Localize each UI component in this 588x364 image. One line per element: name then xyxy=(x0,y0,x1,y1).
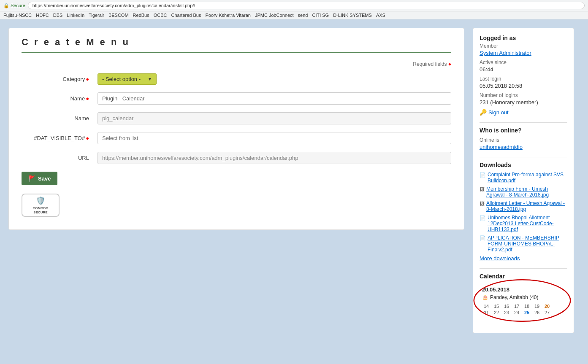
sidebar: Logged in as Member System Administrator… xyxy=(473,28,574,333)
download-link-2[interactable]: Membership Form - Umesh Agrawal - 8-Marc… xyxy=(486,186,567,198)
name-label-1: Name● xyxy=(22,95,89,102)
url-bar[interactable]: https://member.unihomeswelfaresociety.co… xyxy=(28,2,585,9)
page-title: C r e a t e M e n u xyxy=(22,37,451,53)
save-button[interactable]: 🚩 Save xyxy=(22,172,57,185)
comodo-badge: 🛡️ COMODOSECURE xyxy=(22,194,60,217)
shield-icon: 🛡️ xyxy=(36,196,45,205)
download-item-5: 📄 APPLICATION - MEMBERSHIP FORM-UNIHOMES… xyxy=(480,235,567,253)
online-user-link[interactable]: unihomesadmidio xyxy=(480,144,567,150)
name-input-1[interactable] xyxy=(98,92,451,105)
bookmark-bescom[interactable]: BESCOM xyxy=(108,13,129,18)
last-login-label: Last login xyxy=(480,76,567,82)
calendar-highlight: 20.05.2018 🎂 Pandey, Amitabh (40) 14 15 … xyxy=(480,283,567,320)
calendar-row-2: 21 22 23 24 25 26 27 xyxy=(482,310,565,315)
bookmark-fujitsu[interactable]: Fujitsu-NSCC xyxy=(3,13,32,18)
download-link-4[interactable]: Unihomes Bhopal Allotment 12Dec2013 Lett… xyxy=(488,215,567,232)
calendar-mini: 14 15 16 17 18 19 20 21 22 23 24 25 xyxy=(482,304,565,315)
number-logins-value: 231 (Honorary member) xyxy=(480,99,567,105)
name-row-1: Name● xyxy=(22,92,451,105)
bookmark-dlink[interactable]: D-LINK SYSTEMS xyxy=(333,13,372,18)
pdf-icon-4: 📄 xyxy=(480,215,486,221)
bookmark-citisg[interactable]: CITI SG xyxy=(312,13,329,18)
bookmark-axs[interactable]: AXS xyxy=(376,13,385,18)
required-dot: ● xyxy=(448,61,451,67)
form-panel: C r e a t e M e n u Required fields ● Ca… xyxy=(8,28,464,230)
url-label: URL xyxy=(22,155,89,161)
event-icon: 🎂 xyxy=(482,294,488,300)
bookmark-hdfc[interactable]: HDFC xyxy=(36,13,49,18)
category-select[interactable]: - Select option - ▼ xyxy=(98,73,157,85)
today-date: 20 xyxy=(543,304,551,309)
secure-label: Secure xyxy=(11,3,25,8)
online-is-label: Online is xyxy=(480,137,567,143)
bookmark-tigerair[interactable]: Tigerair xyxy=(89,13,104,18)
bookmark-chartered[interactable]: Chartered Bus xyxy=(171,13,201,18)
bookmark-linkedin[interactable]: LinkedIn xyxy=(67,13,84,18)
bookmark-jpmc[interactable]: JPMC JobConnect xyxy=(255,13,294,18)
calendar-date: 20.05.2018 xyxy=(482,286,565,293)
more-downloads-link[interactable]: More downloads xyxy=(480,255,567,262)
calendar-row-1: 14 15 16 17 18 19 20 xyxy=(482,304,565,309)
chevron-down-icon: ▼ xyxy=(148,77,152,81)
red-oval-decoration xyxy=(472,278,572,323)
category-label: Category● xyxy=(22,76,89,82)
active-since-label: Active since xyxy=(480,59,567,65)
event-text: Pandey, Amitabh (40) xyxy=(490,294,539,300)
category-row: Category● - Select option - ▼ xyxy=(22,73,451,85)
bookmark-dbs[interactable]: DBS xyxy=(53,13,63,18)
url-row: URL xyxy=(22,152,451,164)
main-content: C r e a t e M e n u Required fields ● Ca… xyxy=(8,28,464,351)
calendar-event: 🎂 Pandey, Amitabh (40) xyxy=(482,294,565,300)
url-input xyxy=(98,152,451,164)
dat-label: #DAT_VISIBLE_TO#● xyxy=(22,135,89,141)
dat-select-input[interactable] xyxy=(98,132,451,144)
download-item-1: 📄 Complaint Pro-forma against SVS Buildc… xyxy=(480,172,567,183)
logged-in-section: Logged in as Member System Administrator… xyxy=(480,35,567,116)
browser-bar: 🔒 Secure https://member.unihomeswelfares… xyxy=(0,0,588,11)
download-item-4: 📄 Unihomes Bhopal Allotment 12Dec2013 Le… xyxy=(480,215,567,232)
image-icon-3: 🖼 xyxy=(480,201,485,207)
sign-out-row: 🔑 Sign out xyxy=(480,109,567,116)
page-container: C r e a t e M e n u Required fields ● Ca… xyxy=(0,19,588,360)
logged-in-title: Logged in as xyxy=(480,35,567,41)
downloads-title: Downloads xyxy=(480,162,567,168)
name-label-2: Name xyxy=(22,115,89,121)
lock-icon: 🔒 xyxy=(3,3,9,8)
active-since-value: 06:44 xyxy=(480,66,567,73)
pdf-icon-5: 📄 xyxy=(480,235,486,241)
name-input-2 xyxy=(98,112,451,124)
number-logins-label: Number of logins xyxy=(480,92,567,98)
bookmark-poorv[interactable]: Poorv Kshetra Vitaran xyxy=(205,13,250,18)
bookmark-redbus[interactable]: RedBus xyxy=(133,13,149,18)
bookmark-ocbc[interactable]: OCBC xyxy=(154,13,167,18)
required-notice: Required fields ● xyxy=(22,61,451,67)
flag-icon: 🚩 xyxy=(28,175,35,182)
download-link-3[interactable]: Allotment Letter - Umesh Agrawal - 8-Mar… xyxy=(486,200,567,212)
secure-badge: 🔒 Secure xyxy=(3,3,25,8)
downloads-section: Downloads 📄 Complaint Pro-forma against … xyxy=(480,162,567,262)
bookmarks-bar: Fujitsu-NSCC HDFC DBS LinkedIn Tigerair … xyxy=(0,11,588,19)
pdf-icon: 📄 xyxy=(480,172,486,178)
download-link-5[interactable]: APPLICATION - MEMBERSHIP FORM-UNIHOMES B… xyxy=(488,235,567,253)
download-item-3: 🖼 Allotment Letter - Umesh Agrawal - 8-M… xyxy=(480,200,567,212)
bookmark-send[interactable]: send xyxy=(298,13,308,18)
name-row-2: Name xyxy=(22,112,451,124)
member-name-link[interactable]: System Administrator xyxy=(480,50,567,56)
image-icon-2: 🖼 xyxy=(480,186,485,192)
calendar-title: Calendar xyxy=(480,273,567,280)
calendar-section: Calendar 20.05.2018 🎂 Pandey, Amitabh (4… xyxy=(480,273,567,320)
sign-out-link[interactable]: Sign out xyxy=(488,109,509,116)
last-login-value: 05.05.2018 20:58 xyxy=(480,83,567,89)
download-link-1[interactable]: Complaint Pro-forma against SVS Buildcon… xyxy=(488,172,567,183)
comodo-label: COMODOSECURE xyxy=(33,206,49,214)
who-online-title: Who is online? xyxy=(480,127,567,134)
download-item-2: 🖼 Membership Form - Umesh Agrawal - 8-Ma… xyxy=(480,186,567,198)
sign-out-icon: 🔑 xyxy=(480,109,487,116)
member-label: Member xyxy=(480,43,567,49)
dat-visible-row: #DAT_VISIBLE_TO#● xyxy=(22,132,451,144)
who-online-section: Who is online? Online is unihomesadmidio xyxy=(480,127,567,150)
